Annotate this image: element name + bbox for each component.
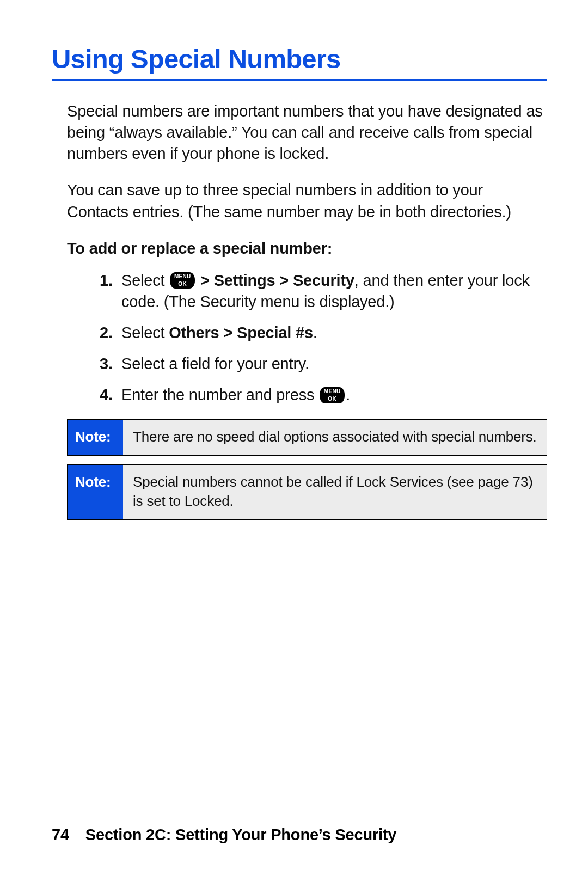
step-text-pre: Select [121, 272, 169, 289]
note-text: There are no speed dial options associat… [123, 420, 547, 455]
intro-paragraph-2: You can save up to three special numbers… [67, 180, 547, 222]
step-number: 2. [100, 322, 113, 344]
step-2: 2. Select Others > Special #s. [100, 322, 547, 344]
note-label: Note: [68, 420, 123, 455]
menu-ok-icon: MENUOK [320, 387, 345, 403]
step-1: 1. Select MENUOK > Settings > Security, … [100, 270, 547, 313]
icon-bottom-label: OK [320, 396, 345, 402]
step-3: 3. Select a field for your entry. [100, 353, 547, 375]
icon-top-label: MENU [170, 274, 195, 279]
step-text-pre: Enter the number and press [121, 386, 318, 403]
note-box-2: Note: Special numbers cannot be called i… [67, 464, 547, 520]
step-4: 4. Enter the number and press MENUOK. [100, 384, 547, 406]
page-footer: 74Section 2C: Setting Your Phone’s Secur… [52, 826, 396, 844]
step-text-post: . [313, 324, 317, 341]
note-box-1: Note: There are no speed dial options as… [67, 419, 547, 456]
intro-paragraph-1: Special numbers are important numbers th… [67, 101, 547, 164]
body-content: Special numbers are important numbers th… [52, 101, 547, 520]
step-number: 4. [100, 384, 113, 406]
page-number: 74 [52, 826, 69, 843]
step-number: 1. [100, 270, 113, 291]
note-text: Special numbers cannot be called if Lock… [123, 465, 547, 519]
step-text: Select a field for your entry. [121, 355, 309, 372]
step-text-pre: Select [121, 324, 169, 341]
page-title: Using Special Numbers [52, 44, 547, 81]
step-text: Select Others > Special #s. [121, 324, 317, 341]
note-label: Note: [68, 465, 123, 519]
icon-bottom-label: OK [170, 281, 195, 287]
step-text-post: . [346, 386, 350, 403]
icon-top-label: MENU [320, 389, 345, 394]
document-page: Using Special Numbers Special numbers ar… [0, 0, 588, 882]
step-nav-path: Others > Special #s [169, 324, 313, 341]
step-number: 3. [100, 353, 113, 375]
step-text: Select MENUOK > Settings > Security, and… [121, 272, 530, 310]
section-title: Section 2C: Setting Your Phone’s Securit… [85, 826, 396, 843]
procedure-heading: To add or replace a special number: [67, 238, 547, 259]
step-text: Enter the number and press MENUOK. [121, 386, 350, 403]
procedure-steps: 1. Select MENUOK > Settings > Security, … [67, 270, 547, 406]
step-nav-path: > Settings > Security [196, 272, 354, 289]
menu-ok-icon: MENUOK [170, 272, 195, 289]
